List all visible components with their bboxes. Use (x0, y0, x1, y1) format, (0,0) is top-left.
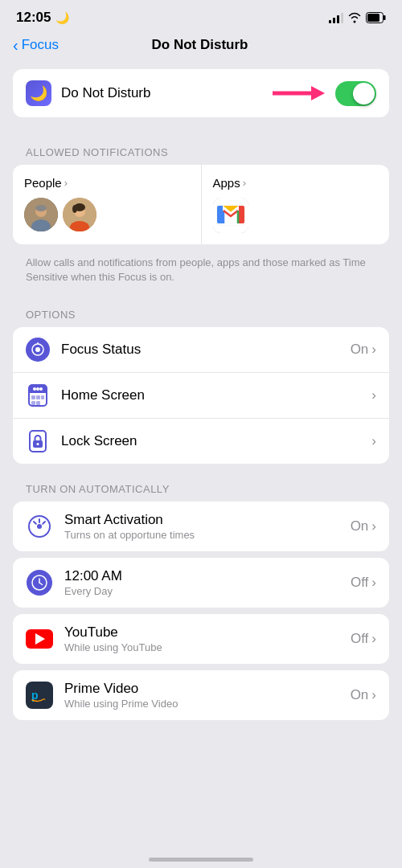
smart-activation-value: On › (351, 518, 376, 534)
youtube-chevron-icon: › (371, 631, 376, 647)
battery-icon (366, 12, 386, 23)
moon-icon: 🌙 (55, 11, 69, 24)
options-card: Focus Status On › (13, 327, 389, 464)
options-header: OPTIONS (13, 296, 389, 327)
svg-point-28 (36, 387, 39, 391)
home-screen-row[interactable]: Home Screen › (13, 373, 389, 419)
toggle-knob (353, 83, 375, 104)
pink-arrow-icon (273, 82, 329, 104)
avatar-person-1 (24, 198, 58, 231)
prime-video-row[interactable]: p Prime Video While using Prime Video On… (13, 670, 389, 720)
home-screen-icon-wrap (26, 383, 50, 407)
youtube-sublabel: While using YouTube (64, 641, 351, 653)
status-bar: 12:05 🌙 (0, 0, 402, 31)
people-section[interactable]: People › (13, 165, 202, 244)
time-schedule-sublabel: Every Day (64, 585, 351, 597)
focus-status-icon (26, 338, 50, 362)
svg-rect-1 (384, 15, 386, 20)
allowed-notifications-header: ALLOWED NOTIFICATIONS (13, 133, 389, 165)
lock-screen-label: Lock Screen (61, 433, 137, 448)
signal-icon (329, 12, 343, 23)
svg-rect-31 (36, 395, 40, 399)
smart-activation-text: Smart Activation Turns on at opportune t… (64, 512, 351, 541)
svg-point-29 (39, 387, 43, 391)
svg-rect-33 (31, 401, 35, 405)
people-title: People › (24, 176, 190, 190)
time-schedule-value: Off › (351, 575, 376, 591)
smart-activation-icon (26, 513, 53, 540)
prime-video-icon: p (26, 682, 53, 709)
avatar-person-2 (63, 198, 96, 231)
focus-status-row[interactable]: Focus Status On › (13, 327, 389, 373)
clock-icon (26, 569, 53, 596)
svg-point-13 (72, 205, 77, 213)
svg-point-27 (33, 387, 36, 391)
time-schedule-chevron-icon: › (371, 575, 376, 591)
home-screen-chevron: › (371, 387, 376, 403)
focus-status-chevron-icon: › (371, 342, 376, 358)
prime-video-sublabel: While using Prime Video (64, 698, 351, 710)
youtube-card: YouTube While using YouTube Off › (13, 614, 389, 664)
svg-rect-32 (41, 395, 44, 399)
lock-screen-chevron-icon: › (371, 433, 376, 449)
lock-screen-icon-wrap (26, 429, 50, 453)
focus-status-label: Focus Status (61, 342, 141, 357)
smart-activation-row[interactable]: Smart Activation Turns on at opportune t… (13, 502, 389, 551)
status-icons (329, 12, 386, 23)
youtube-row[interactable]: YouTube While using YouTube Off › (13, 614, 389, 664)
svg-point-37 (37, 443, 39, 445)
svg-point-40 (37, 524, 42, 529)
auto-section-header: TURN ON AUTOMATICALLY (13, 470, 389, 502)
svg-rect-30 (31, 395, 35, 399)
dnd-toggle[interactable] (335, 81, 376, 106)
home-indicator (149, 858, 253, 862)
lock-screen-row[interactable]: Lock Screen › (13, 419, 389, 464)
svg-rect-34 (36, 401, 40, 405)
home-screen-chevron-icon: › (371, 387, 376, 403)
time-schedule-text: 12:00 AM Every Day (64, 568, 351, 597)
prime-video-label: Prime Video (64, 681, 351, 697)
lock-screen-chevron: › (371, 433, 376, 449)
svg-line-43 (39, 583, 43, 585)
back-button[interactable]: ‹ Focus (13, 37, 59, 53)
youtube-value: Off › (351, 631, 376, 647)
home-screen-text: Home Screen (61, 387, 371, 403)
arrow-container (273, 81, 376, 106)
people-avatars (24, 198, 190, 231)
people-chevron-icon: › (64, 177, 68, 189)
svg-point-8 (35, 205, 47, 211)
prime-video-chevron-icon: › (371, 687, 376, 703)
dnd-moon-icon: 🌙 (26, 80, 51, 106)
focus-status-text: Focus Status (61, 342, 351, 358)
youtube-icon (26, 625, 53, 653)
youtube-text: YouTube While using YouTube (64, 624, 351, 653)
svg-marker-4 (311, 86, 325, 100)
lock-screen-text: Lock Screen (61, 433, 371, 449)
home-screen-label: Home Screen (61, 387, 145, 403)
youtube-label: YouTube (64, 624, 351, 641)
nav-header: ‹ Focus Do Not Disturb (0, 31, 402, 63)
smart-activation-card: Smart Activation Turns on at opportune t… (13, 502, 389, 551)
dnd-toggle-card: 🌙 Do Not Disturb (13, 69, 389, 117)
apps-section[interactable]: Apps › (202, 165, 390, 244)
back-label: Focus (22, 37, 59, 53)
status-time: 12:05 (16, 10, 51, 26)
apps-chevron-icon: › (243, 177, 246, 189)
back-chevron-icon: ‹ (13, 37, 18, 53)
dnd-row: 🌙 Do Not Disturb (13, 69, 389, 117)
page-title: Do Not Disturb (152, 37, 248, 53)
svg-point-22 (35, 347, 40, 352)
dnd-label: Do Not Disturb (61, 85, 150, 101)
smart-activation-chevron-icon: › (371, 518, 376, 534)
time-schedule-row[interactable]: 12:00 AM Every Day Off › (13, 558, 389, 608)
smart-activation-sublabel: Turns on at opportune times (64, 529, 351, 541)
prime-video-value: On › (351, 687, 376, 703)
prime-video-card: p Prime Video While using Prime Video On… (13, 670, 389, 720)
time-schedule-card: 12:00 AM Every Day Off › (13, 558, 389, 608)
apps-title: Apps › (213, 176, 379, 190)
smart-activation-label: Smart Activation (64, 512, 351, 528)
wifi-icon (348, 12, 361, 23)
gmail-icon (213, 198, 248, 233)
allowed-notifications-card: People › (13, 165, 389, 244)
allowed-note: Allow calls and notifications from peopl… (13, 248, 389, 296)
